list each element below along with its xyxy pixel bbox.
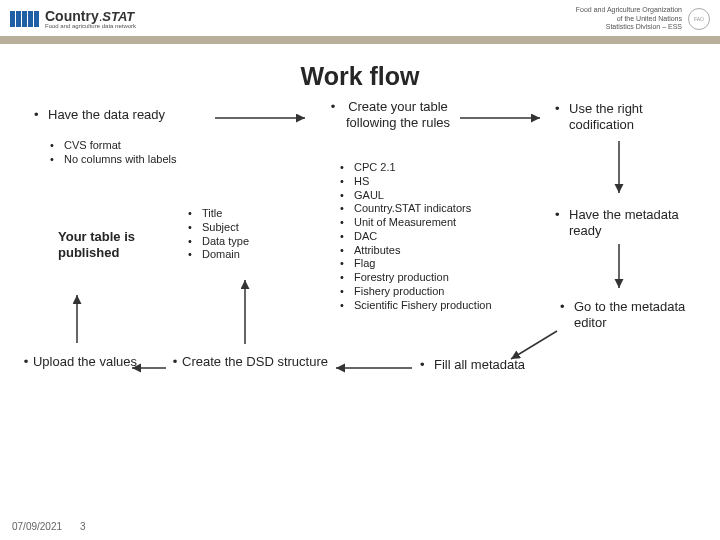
- slide-footer: 07/09/2021 3: [12, 521, 86, 532]
- rule-4: Unit of Measurement: [354, 216, 456, 230]
- org-line2: of the United Nations: [576, 15, 682, 23]
- rules-items: •CPC 2.1 •HS •GAUL •Country.STAT indicat…: [340, 161, 520, 312]
- upload-label: Upload the values: [33, 354, 137, 370]
- have-data-sublist: •CVS format •No columns with labels: [50, 139, 200, 167]
- rule-0: CPC 2.1: [354, 161, 396, 175]
- step-goto-editor: •Go to the metadata editor: [560, 299, 690, 332]
- published-label: Your table is published: [58, 229, 135, 260]
- rule-1: HS: [354, 175, 369, 189]
- dsd-subject: Subject: [202, 221, 239, 235]
- brand-text: Country.STAT Food and agriculture data n…: [45, 9, 136, 29]
- rule-8: Forestry production: [354, 271, 449, 285]
- step-create-table: •Create your table following the rules: [326, 99, 456, 132]
- brand-main: Country: [45, 8, 99, 24]
- dsd-domain: Domain: [202, 248, 240, 262]
- step-have-data: •Have the data ready: [34, 107, 214, 123]
- fao-emblem-icon: FAO: [688, 8, 710, 30]
- svg-line-4: [511, 331, 557, 359]
- arrow-right-2-icon: [460, 111, 550, 129]
- brand-suffix: STAT: [102, 9, 134, 24]
- brand-tagline: Food and agriculture data network: [45, 23, 136, 29]
- org-line3: Statistics Division – ESS: [576, 23, 682, 31]
- rule-7: Flag: [354, 257, 375, 271]
- rule-10: Scientific Fishery production: [354, 299, 492, 313]
- footer-date: 07/09/2021: [12, 521, 62, 532]
- dsd-datatype: Data type: [202, 235, 249, 249]
- codification-label: Use the right codification: [569, 101, 695, 134]
- dsd-label: Create the DSD structure: [182, 354, 328, 370]
- step-upload: •Upload the values: [18, 354, 138, 370]
- slide-header: Country.STAT Food and agriculture data n…: [0, 0, 720, 34]
- arrow-left-2-icon: [126, 361, 174, 379]
- sub-nocols: No columns with labels: [64, 153, 177, 167]
- org-line1: Food and Agriculture Organization: [576, 6, 682, 14]
- dsd-items: •Title •Subject •Data type •Domain: [188, 207, 308, 262]
- logo-left: Country.STAT Food and agriculture data n…: [10, 9, 136, 29]
- logo-bars-icon: [10, 11, 39, 27]
- sub-cvs: CVS format: [64, 139, 121, 153]
- arrow-right-1-icon: [215, 111, 315, 129]
- arrow-up-1-icon: [238, 274, 252, 356]
- footer-page: 3: [80, 521, 86, 532]
- goto-editor-label: Go to the metadata editor: [574, 299, 690, 332]
- step-published: Your table is published: [58, 229, 148, 262]
- rule-6: Attributes: [354, 244, 400, 258]
- arrow-left-1-icon: [330, 361, 420, 379]
- metadata-ready-label: Have the metadata ready: [569, 207, 695, 240]
- step-codification: •Use the right codification: [555, 101, 695, 134]
- logo-right: Food and Agriculture Organization of the…: [576, 6, 710, 31]
- have-data-label: Have the data ready: [48, 107, 165, 123]
- rule-5: DAC: [354, 230, 377, 244]
- arrow-down-2-icon: [612, 244, 626, 300]
- step-dsd: •Create the DSD structure: [168, 354, 328, 370]
- rule-3: Country.STAT indicators: [354, 202, 471, 216]
- arrow-diag-left-icon: [505, 327, 565, 371]
- rule-9: Fishery production: [354, 285, 445, 299]
- step-metadata-ready: •Have the metadata ready: [555, 207, 695, 240]
- header-rule: [0, 36, 720, 44]
- page-title: Work flow: [0, 62, 720, 91]
- rule-2: GAUL: [354, 189, 384, 203]
- dsd-title: Title: [202, 207, 222, 221]
- arrow-up-2-icon: [70, 289, 84, 355]
- arrow-down-1-icon: [612, 141, 626, 205]
- create-table-label: Create your table following the rules: [340, 99, 456, 132]
- workflow-canvas: •Have the data ready •CVS format •No col…: [0, 99, 720, 529]
